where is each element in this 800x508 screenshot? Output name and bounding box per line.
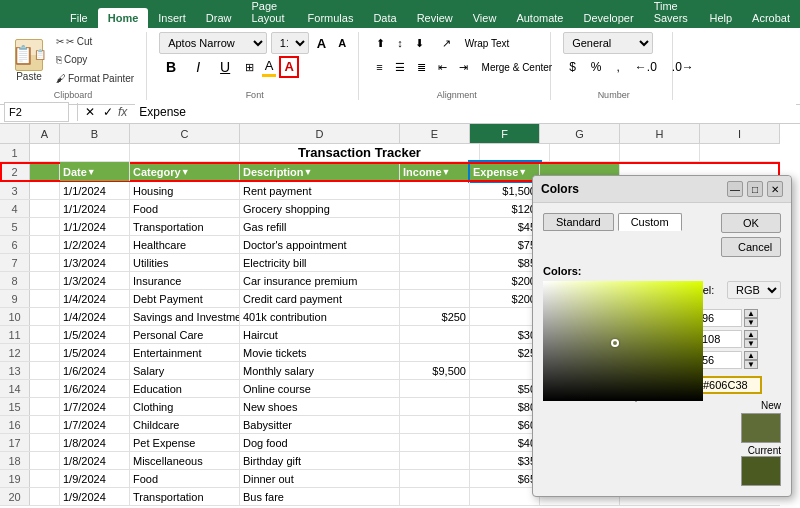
cell-d17[interactable]: Dog food (240, 434, 400, 451)
tab-help[interactable]: Help (699, 8, 742, 28)
cell-d5[interactable]: Gas refill (240, 218, 400, 235)
cell-b11[interactable]: 1/5/2024 (60, 326, 130, 343)
tab-home[interactable]: Home (98, 8, 149, 28)
align-center-button[interactable]: ☰ (390, 56, 410, 78)
cell-b13[interactable]: 1/6/2024 (60, 362, 130, 379)
align-top-button[interactable]: ⬆ (371, 32, 390, 54)
tab-acrobat[interactable]: Acrobat (742, 8, 800, 28)
cell-b6[interactable]: 1/2/2024 (60, 236, 130, 253)
cell-a6[interactable] (30, 236, 60, 253)
cell-f9[interactable]: $200 (470, 290, 540, 307)
row-num-10[interactable]: 10 (0, 308, 30, 325)
col-header-e[interactable]: E (400, 124, 470, 143)
dialog-close-button[interactable]: ✕ (767, 181, 783, 197)
cell-g1[interactable] (620, 144, 700, 161)
increase-indent-button[interactable]: ⇥ (454, 56, 473, 78)
cell-f11[interactable]: $30 (470, 326, 540, 343)
fill-color-button[interactable]: A (262, 56, 276, 78)
text-angle-button[interactable]: ↗ (437, 32, 456, 54)
row-num-9[interactable]: 9 (0, 290, 30, 307)
cell-d16[interactable]: Babysitter (240, 416, 400, 433)
cell-a1[interactable] (30, 144, 60, 161)
row-num-16[interactable]: 16 (0, 416, 30, 433)
cell-a15[interactable] (30, 398, 60, 415)
cell-c5[interactable]: Transportation (130, 218, 240, 235)
row-num-2[interactable]: 2 (0, 162, 30, 181)
cell-f6[interactable]: $75 (470, 236, 540, 253)
cell-e15[interactable] (400, 398, 470, 415)
col-header-f[interactable]: F (470, 124, 540, 143)
cell-c14[interactable]: Education (130, 380, 240, 397)
hex-input[interactable] (697, 376, 762, 394)
tab-developer[interactable]: Developer (573, 8, 643, 28)
cell-d1[interactable]: Transaction Tracker (240, 144, 480, 161)
cell-c1[interactable] (130, 144, 240, 161)
custom-tab[interactable]: Custom (618, 213, 682, 231)
row-num-3[interactable]: 3 (0, 182, 30, 199)
cell-e5[interactable] (400, 218, 470, 235)
tab-view[interactable]: View (463, 8, 507, 28)
merge-center-button[interactable]: Merge & Center (475, 56, 560, 78)
row-num-4[interactable]: 4 (0, 200, 30, 217)
cell-f1[interactable] (550, 144, 620, 161)
cell-e14[interactable] (400, 380, 470, 397)
cell-e10[interactable]: $250 (400, 308, 470, 325)
dialog-minimize-button[interactable]: — (727, 181, 743, 197)
cell-b12[interactable]: 1/5/2024 (60, 344, 130, 361)
blue-down-button[interactable]: ▼ (744, 360, 758, 369)
italic-button[interactable]: I (186, 56, 210, 78)
increase-decimal-button[interactable]: .0→ (666, 56, 700, 78)
tab-draw[interactable]: Draw (196, 8, 242, 28)
align-bottom-button[interactable]: ⬇ (410, 32, 429, 54)
row-num-17[interactable]: 17 (0, 434, 30, 451)
percent-button[interactable]: % (585, 56, 608, 78)
underline-button[interactable]: U (213, 56, 237, 78)
cell-e18[interactable] (400, 452, 470, 469)
row-num-18[interactable]: 18 (0, 452, 30, 469)
align-left-button[interactable]: ≡ (371, 56, 387, 78)
cell-b15[interactable]: 1/7/2024 (60, 398, 130, 415)
cell-b19[interactable]: 1/9/2024 (60, 470, 130, 487)
cell-d7[interactable]: Electricity bill (240, 254, 400, 271)
row-num-14[interactable]: 14 (0, 380, 30, 397)
cell-a14[interactable] (30, 380, 60, 397)
cell-c16[interactable]: Childcare (130, 416, 240, 433)
cell-f12[interactable]: $25 (470, 344, 540, 361)
number-format-select[interactable]: General (563, 32, 653, 54)
cell-c10[interactable]: Savings and Investme (130, 308, 240, 325)
cell-c11[interactable]: Personal Care (130, 326, 240, 343)
row-num-8[interactable]: 8 (0, 272, 30, 289)
borders-button[interactable]: ⊞ (240, 56, 259, 78)
name-box[interactable] (4, 102, 69, 122)
cell-d15[interactable]: New shoes (240, 398, 400, 415)
currency-button[interactable]: $ (563, 56, 582, 78)
cell-f16[interactable]: $60 (470, 416, 540, 433)
align-right-button[interactable]: ≣ (412, 56, 431, 78)
cell-d6[interactable]: Doctor's appointment (240, 236, 400, 253)
cell-c12[interactable]: Entertainment (130, 344, 240, 361)
cell-a18[interactable] (30, 452, 60, 469)
cell-c6[interactable]: Healthcare (130, 236, 240, 253)
font-size-increase-button[interactable]: A (313, 34, 330, 53)
standard-tab[interactable]: Standard (543, 213, 614, 231)
cell-e12[interactable] (400, 344, 470, 361)
tab-review[interactable]: Review (407, 8, 463, 28)
cell-e11[interactable] (400, 326, 470, 343)
cell-c18[interactable]: Miscellaneous (130, 452, 240, 469)
cell-d9[interactable]: Credit card payment (240, 290, 400, 307)
cell-b5[interactable]: 1/1/2024 (60, 218, 130, 235)
tab-file[interactable]: File (60, 8, 98, 28)
cell-a19[interactable] (30, 470, 60, 487)
cell-d10[interactable]: 401k contribution (240, 308, 400, 325)
row-num-19[interactable]: 19 (0, 470, 30, 487)
cell-f17[interactable]: $40 (470, 434, 540, 451)
row-num-15[interactable]: 15 (0, 398, 30, 415)
cell-b7[interactable]: 1/3/2024 (60, 254, 130, 271)
wrap-text-button[interactable]: Wrap Text (458, 32, 517, 54)
cell-b17[interactable]: 1/8/2024 (60, 434, 130, 451)
row-num-1[interactable]: 1 (0, 144, 30, 161)
cell-e2[interactable]: Income ▼ (400, 162, 470, 181)
cell-c17[interactable]: Pet Expense (130, 434, 240, 451)
tab-automate[interactable]: Automate (506, 8, 573, 28)
col-header-d[interactable]: D (240, 124, 400, 143)
